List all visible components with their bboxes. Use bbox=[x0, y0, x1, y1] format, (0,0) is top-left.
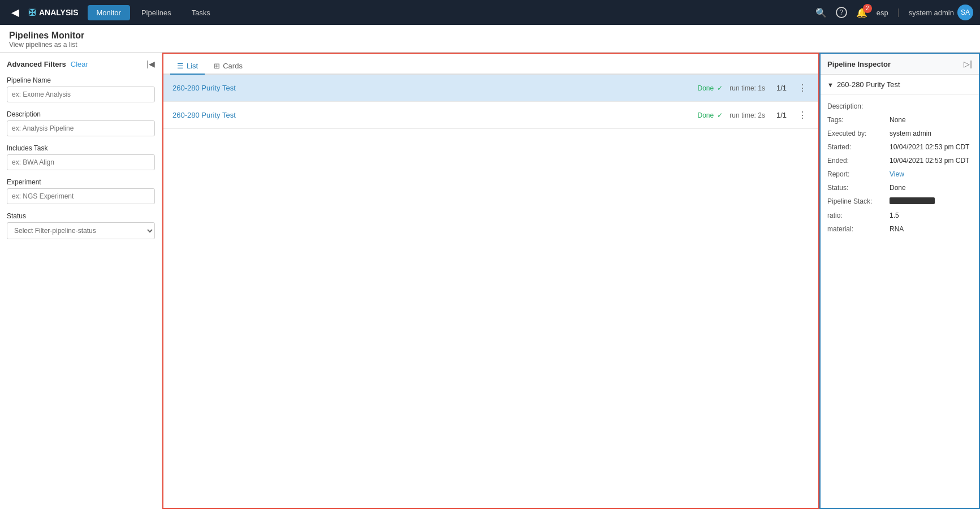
inspector-panel: Pipeline Inspector ▷| ▼ 260-280 Purity T… bbox=[819, 53, 980, 509]
check-icon-1: ✓ bbox=[717, 84, 723, 92]
user-menu[interactable]: system admin SA bbox=[909, 5, 973, 20]
pipeline-name-2: 260-280 Purity Test bbox=[172, 111, 698, 119]
inspector-field-material: material: RNA bbox=[827, 222, 972, 236]
field-value-status: Done bbox=[890, 184, 972, 192]
sidebar-header: Advanced Filters Clear |◀ bbox=[7, 59, 155, 68]
field-value-ratio: 1.5 bbox=[890, 212, 972, 219]
user-lang: esp bbox=[877, 8, 888, 17]
inspector-field-report: Report: View bbox=[827, 167, 972, 181]
nav-icons: 🔍 ? 🔔 2 esp | system admin SA bbox=[815, 5, 973, 20]
field-label-ended: Ended: bbox=[827, 157, 890, 165]
experiment-input[interactable] bbox=[7, 188, 155, 204]
check-icon-2: ✓ bbox=[717, 111, 723, 119]
table-row[interactable]: 260-280 Purity Test Done ✓ run time: 2s … bbox=[163, 102, 818, 129]
runtime-label-2: run time: 2s bbox=[729, 111, 765, 119]
pipeline-name-1: 260-280 Purity Test bbox=[172, 84, 698, 92]
page-header: Pipelines Monitor View pipelines as a li… bbox=[0, 25, 980, 53]
field-value-report[interactable]: View bbox=[890, 170, 972, 178]
inspector-collapse-button[interactable]: ▷| bbox=[964, 59, 972, 68]
pipeline-list: 260-280 Purity Test Done ✓ run time: 1s … bbox=[163, 75, 818, 508]
list-tab-label: List bbox=[187, 62, 198, 70]
filter-label-experiment: Experiment bbox=[7, 178, 155, 186]
user-name: system admin bbox=[909, 8, 954, 17]
notification-badge: 2 bbox=[863, 4, 872, 13]
description-input[interactable] bbox=[7, 120, 155, 136]
filter-group-includes-task: Includes Task bbox=[7, 144, 155, 170]
pipeline-stack-bar bbox=[890, 197, 935, 204]
back-button[interactable]: ◀ bbox=[7, 4, 24, 21]
field-value-ended: 10/04/2021 02:53 pm CDT bbox=[890, 157, 972, 165]
cards-tab-label: Cards bbox=[223, 62, 243, 70]
view-tabs: ☰ List ⊞ Cards bbox=[163, 54, 818, 75]
inspector-field-started: Started: 10/04/2021 02:53 pm CDT bbox=[827, 140, 972, 154]
pipeline-menu-button-1[interactable]: ⋮ bbox=[796, 81, 809, 94]
filter-label-pipeline-name: Pipeline Name bbox=[7, 76, 155, 84]
nav-tabs: Monitor Pipelines Tasks bbox=[88, 5, 219, 20]
filter-group-status: Status Select Filter-pipeline-status Don… bbox=[7, 212, 155, 239]
filters-sidebar: Advanced Filters Clear |◀ Pipeline Name … bbox=[0, 53, 162, 509]
field-label-description: Description: bbox=[827, 102, 890, 110]
field-value-material: RNA bbox=[890, 225, 972, 233]
sidebar-collapse-button[interactable]: |◀ bbox=[146, 59, 155, 68]
inspector-field-status: Status: Done bbox=[827, 181, 972, 195]
inspector-field-description: Description: bbox=[827, 100, 972, 113]
search-icon[interactable]: 🔍 bbox=[815, 7, 827, 18]
expand-icon: ▼ bbox=[827, 81, 834, 88]
field-label-status: Status: bbox=[827, 184, 890, 192]
field-label-report: Report: bbox=[827, 170, 890, 178]
inspector-field-tags: Tags: None bbox=[827, 113, 972, 127]
field-value-started: 10/04/2021 02:53 pm CDT bbox=[890, 143, 972, 151]
pipeline-status-2: Done ✓ run time: 2s bbox=[698, 111, 765, 119]
top-navigation: ◀ ✠ ANALYSIS Monitor Pipelines Tasks 🔍 ?… bbox=[0, 0, 980, 25]
inspector-fields: Description: Tags: None Executed by: sys… bbox=[821, 95, 979, 240]
page-subtitle: View pipelines as a list bbox=[9, 41, 971, 49]
field-label-started: Started: bbox=[827, 143, 890, 151]
list-tab-icon: ☰ bbox=[177, 62, 184, 70]
table-row[interactable]: 260-280 Purity Test Done ✓ run time: 1s … bbox=[163, 75, 818, 102]
nav-tab-monitor[interactable]: Monitor bbox=[88, 5, 130, 20]
main-content: Advanced Filters Clear |◀ Pipeline Name … bbox=[0, 53, 980, 509]
field-label-material: material: bbox=[827, 225, 890, 233]
inspector-field-ratio: ratio: 1.5 bbox=[827, 209, 972, 222]
cards-tab-icon: ⊞ bbox=[214, 62, 220, 70]
inspector-field-ended: Ended: 10/04/2021 02:53 pm CDT bbox=[827, 154, 972, 167]
inspector-field-executed-by: Executed by: system admin bbox=[827, 127, 972, 140]
field-value-executed-by: system admin bbox=[890, 130, 972, 137]
field-label-ratio: ratio: bbox=[827, 212, 890, 219]
inspector-header: Pipeline Inspector ▷| bbox=[821, 54, 979, 75]
brand-label: ANALYSIS bbox=[39, 8, 79, 17]
inspector-title: Pipeline Inspector bbox=[827, 60, 891, 68]
brand-icon: ✠ bbox=[28, 7, 36, 18]
nav-tab-tasks[interactable]: Tasks bbox=[183, 5, 219, 20]
pipeline-name-input[interactable] bbox=[7, 87, 155, 102]
help-icon[interactable]: ? bbox=[836, 7, 847, 18]
pipeline-count-1: 1/1 bbox=[776, 84, 787, 92]
inspector-field-pipeline-stack: Pipeline Stack: bbox=[827, 195, 972, 209]
page-title: Pipelines Monitor bbox=[9, 31, 971, 41]
tab-cards[interactable]: ⊞ Cards bbox=[207, 58, 249, 75]
inspector-pipeline-label: 260-280 Purity Test bbox=[837, 80, 900, 89]
pipeline-status-1: Done ✓ run time: 1s bbox=[698, 84, 765, 92]
sidebar-title: Advanced Filters bbox=[7, 60, 66, 68]
inspector-pipeline-name: ▼ 260-280 Purity Test bbox=[821, 75, 979, 95]
center-panel: ☰ List ⊞ Cards 260-280 Purity Test Done … bbox=[162, 53, 819, 509]
tab-list[interactable]: ☰ List bbox=[170, 58, 205, 75]
nav-tab-pipelines[interactable]: Pipelines bbox=[132, 5, 180, 20]
filter-group-pipeline-name: Pipeline Name bbox=[7, 76, 155, 102]
pipeline-menu-button-2[interactable]: ⋮ bbox=[796, 109, 809, 122]
filter-label-status: Status bbox=[7, 212, 155, 220]
status-select[interactable]: Select Filter-pipeline-status Done Runni… bbox=[7, 222, 155, 239]
filter-label-description: Description bbox=[7, 110, 155, 118]
user-avatar: SA bbox=[957, 5, 973, 20]
notification-bell[interactable]: 🔔 2 bbox=[856, 7, 867, 18]
field-value-tags: None bbox=[890, 116, 972, 124]
filter-group-description: Description bbox=[7, 110, 155, 136]
field-value-pipeline-stack bbox=[890, 197, 972, 206]
runtime-label-1: run time: 1s bbox=[729, 84, 765, 92]
filter-group-experiment: Experiment bbox=[7, 178, 155, 204]
status-label-1: Done bbox=[698, 84, 714, 92]
includes-task-input[interactable] bbox=[7, 154, 155, 170]
clear-filters-link[interactable]: Clear bbox=[71, 60, 88, 68]
status-label-2: Done bbox=[698, 111, 714, 119]
field-label-tags: Tags: bbox=[827, 116, 890, 124]
